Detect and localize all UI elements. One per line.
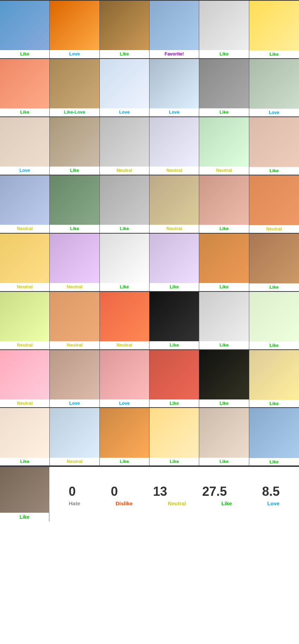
grid-rows: LikeLoveLikeFavorite!LikeLikeLikeLike-Lo…: [0, 0, 299, 466]
cell-label-27: Like: [119, 283, 130, 291]
cell-image-4: [150, 1, 199, 50]
cell-label-40: Like: [169, 399, 179, 407]
cell-image-18: [249, 117, 299, 167]
stat-cell-2: 13: [153, 484, 167, 499]
cell-label-21: Like: [119, 225, 130, 233]
grid-cell-29: Like: [199, 234, 249, 292]
cell-label-31: Neutral: [16, 341, 33, 349]
cell-label-2: Love: [68, 50, 80, 58]
grid-cell-24: Neutral: [249, 175, 299, 234]
cell-image-40: [150, 350, 199, 399]
cell-label-44: Neutral: [66, 458, 83, 465]
cell-label-12: Love: [268, 109, 280, 116]
grid-cell-22: Neutral: [150, 175, 199, 234]
grid-cell-33: Neutral: [100, 292, 150, 350]
grid-cell-19: Neutral: [0, 175, 50, 234]
grid-cell-17: Neutral: [199, 117, 249, 175]
cell-label-42: Like: [269, 400, 279, 408]
cell-image-45: [100, 408, 149, 457]
cell-label-18: Like: [269, 167, 279, 175]
cell-image-42: [249, 350, 299, 400]
grid-cell-37: Neutral: [0, 350, 50, 408]
grid-cell-3: Like: [100, 1, 150, 59]
cell-image-31: [0, 292, 49, 341]
grid-cell-8: Like-Love: [50, 59, 99, 117]
cell-label-41: Like: [219, 399, 229, 407]
cell-image-48: [249, 408, 299, 458]
cell-label-7: Like: [19, 108, 30, 116]
grid-cell-46: Like: [150, 408, 199, 466]
cell-label-30: Like: [269, 283, 279, 291]
stat-value-3: 27.5: [202, 484, 227, 499]
cell-label-36: Like: [269, 342, 279, 349]
cell-image-23: [199, 175, 249, 225]
cell-label-19: Neutral: [16, 225, 33, 233]
cell-label-8: Like-Love: [63, 108, 86, 116]
cell-image-38: [50, 350, 99, 399]
cell-image-7: [0, 59, 49, 108]
cell-label-5: Like: [219, 50, 229, 58]
cell-label-13: Love: [19, 167, 31, 174]
cell-label-3: Like: [119, 50, 130, 58]
cell-image-35: [199, 292, 249, 341]
summary-row: Like 001327.58.5 HateDislikeNeutralLikeL…: [0, 466, 299, 522]
stat-value-0: 0: [69, 484, 76, 499]
cell-label-1: Like: [19, 50, 30, 58]
stat-label-cell-3: Like: [221, 500, 232, 506]
grid-cell-6: Like: [249, 1, 299, 59]
cell-label-24: Neutral: [266, 225, 283, 233]
grid-cell-39: Love: [100, 350, 150, 408]
grid-cell-25: Neutral: [0, 234, 50, 292]
cell-image-13: [0, 117, 49, 167]
cell-image-17: [199, 117, 249, 167]
cell-image-9: [100, 59, 149, 108]
cell-image-46: [150, 408, 199, 457]
grid-cell-44: Neutral: [50, 408, 99, 466]
cell-image-29: [199, 234, 249, 283]
grid-cell-12: Love: [249, 59, 299, 117]
grid-cell-14: Like: [50, 117, 99, 175]
cell-image-39: [100, 350, 149, 399]
grid-cell-9: Love: [100, 59, 150, 117]
stat-label-1: Dislike: [116, 500, 133, 506]
stat-cell-4: 8.5: [262, 484, 280, 499]
stat-label-2: Neutral: [168, 500, 186, 506]
cell-image-28: [150, 234, 199, 283]
stat-value-4: 8.5: [262, 484, 280, 499]
grid-cell-31: Neutral: [0, 292, 50, 350]
cell-image-8: [50, 59, 99, 108]
grid-cell-38: Love: [50, 350, 99, 408]
cell-label-43: Like: [19, 458, 30, 465]
cell-image-6: [249, 1, 299, 50]
cell-label-33: Neutral: [116, 341, 133, 349]
stat-value-1: 0: [111, 484, 118, 499]
cell-label-39: Love: [118, 399, 130, 407]
cell-image-2: [50, 1, 99, 50]
cell-image-36: [249, 292, 299, 342]
cell-image-24: [249, 175, 299, 225]
grid-cell-13: Love: [0, 117, 50, 175]
character-grid: LikeLoveLikeFavorite!LikeLikeLikeLike-Lo…: [0, 0, 299, 522]
cell-image-22: [150, 175, 199, 225]
cell-image-16: [150, 117, 199, 167]
cell-label-25: Neutral: [16, 283, 33, 291]
stat-label-cell-0: Hate: [69, 500, 80, 506]
cell-image-20: [50, 175, 99, 225]
grid-cell-47: Like: [199, 408, 249, 466]
grid-cell-30: Like: [249, 234, 299, 292]
cell-image-43: [0, 408, 49, 457]
grid-cell-28: Like: [150, 234, 199, 292]
cell-label-23: Like: [219, 225, 229, 233]
grid-cell-45: Like: [100, 408, 150, 466]
cell-label-45: Like: [119, 458, 130, 465]
stat-label-cell-1: Dislike: [116, 500, 133, 506]
stats-labels-row: HateDislikeNeutralLikeLove: [49, 500, 299, 508]
grid-cell-42: Like: [249, 350, 299, 408]
grid-cell-2: Love: [50, 1, 99, 59]
summary-char-cell: Like: [0, 467, 49, 522]
stats-numbers-row: 001327.58.5: [49, 481, 299, 500]
cell-image-11: [199, 59, 249, 108]
grid-cell-32: Neutral: [50, 292, 99, 350]
grid-cell-35: Like: [199, 292, 249, 350]
cell-image-37: [0, 350, 49, 399]
